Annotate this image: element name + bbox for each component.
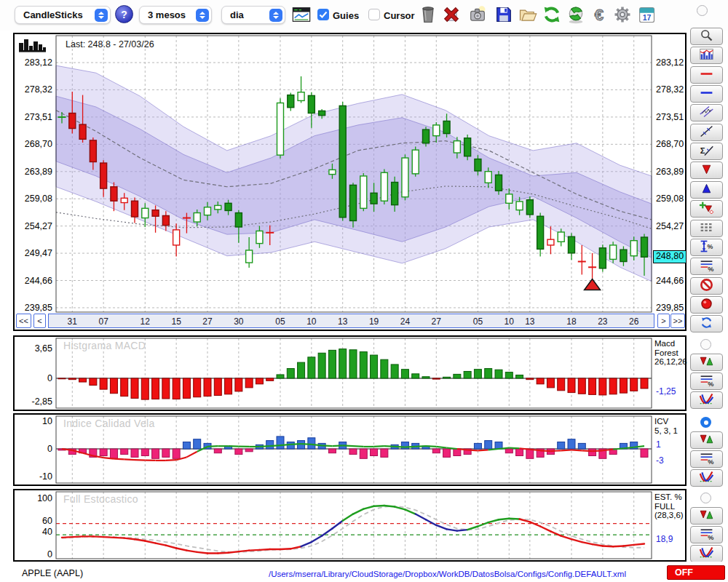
stoch-signal-arrows-button[interactable] (690, 507, 723, 525)
reload-button[interactable] (690, 315, 723, 332)
vertical-percent-button[interactable]: % (690, 239, 723, 256)
forbid-button[interactable] (690, 277, 723, 295)
nav-first-button[interactable]: << (16, 314, 31, 328)
refresh-icon[interactable] (542, 4, 562, 25)
interval-select[interactable]: dia (221, 6, 285, 24)
record-icon (699, 296, 714, 314)
curves-icon (699, 545, 714, 562)
price-axis-label: 268,70 (656, 139, 684, 149)
channel-button[interactable] (690, 104, 723, 121)
delete-icon[interactable] (441, 4, 462, 25)
select-stepper-icon (269, 9, 282, 22)
price-axis-label: 263,89 (16, 167, 52, 177)
price-axis-label: 263,89 (656, 167, 684, 177)
macd-panel-radio[interactable] (700, 339, 711, 350)
open-folder-icon[interactable] (518, 4, 538, 25)
stoch-curves-button[interactable] (690, 545, 723, 562)
svg-text:%: % (708, 458, 713, 466)
app-window: CandleSticks ? 3 mesos dia Guies Cursor … (0, 0, 728, 582)
indicator-axis-label: 40 (16, 527, 52, 537)
icv-curves-button[interactable] (690, 469, 723, 487)
blue-line-button[interactable] (690, 85, 723, 103)
date-label: 23 (598, 316, 607, 327)
date-axis[interactable]: 310712152730051013192427051013182326 (48, 314, 654, 328)
arrow-up-blue-button[interactable] (690, 181, 723, 199)
add-signal-button[interactable] (690, 200, 723, 218)
date-label: 13 (525, 316, 534, 327)
symbol-label: APPLE (AAPL) (22, 568, 83, 578)
svg-text:€: € (595, 6, 604, 24)
svg-text:%: % (708, 266, 713, 273)
svg-text:17: 17 (643, 13, 652, 22)
macd-value: -1,25 (656, 386, 676, 396)
indicator-axis-label: 60 (16, 516, 52, 526)
nav-last-button[interactable]: >> (670, 314, 685, 328)
signal-arrows-icon (699, 431, 714, 449)
date-label: 10 (505, 316, 514, 327)
date-label: 27 (202, 316, 212, 327)
chart-window-icon[interactable] (291, 4, 312, 25)
zoom-icon (699, 28, 714, 45)
icv-params: ICV5, 3, 1 (654, 417, 678, 435)
guies-checkbox[interactable] (317, 9, 329, 20)
icv-value-2: -3 (656, 455, 664, 466)
select-stepper-icon (95, 9, 108, 22)
dashed-lines-button[interactable] (690, 220, 723, 237)
sum-trendline-button[interactable]: Σ (690, 143, 723, 160)
stoch-panel-radio[interactable] (700, 493, 711, 503)
red-line-button[interactable] (690, 66, 723, 84)
date-label: 30 (234, 316, 243, 327)
panel-chart-button[interactable] (690, 47, 723, 64)
forbid-icon (699, 277, 714, 295)
arrow-down-red-button[interactable] (690, 162, 723, 179)
zoom-button[interactable] (690, 28, 723, 45)
trash-icon[interactable] (418, 4, 438, 25)
euro-icon[interactable]: € (589, 4, 609, 25)
icv-title: Indice Calidad Vela (63, 418, 155, 429)
macd-signal-arrows-button[interactable] (690, 354, 723, 371)
price-axis-label: 283,12 (656, 57, 684, 68)
record-button[interactable] (690, 296, 723, 314)
icv-signal-arrows-button[interactable] (690, 431, 723, 449)
camera-icon[interactable] (467, 4, 488, 25)
icv-panel-radio[interactable] (700, 417, 711, 428)
macd-title: Histgrama MACD (63, 340, 146, 351)
nav-prev-button[interactable]: < (33, 314, 46, 328)
toolbar-radio[interactable] (697, 5, 708, 16)
price-axis-label: 283,12 (16, 57, 52, 68)
percent-lines-button[interactable]: % (690, 258, 723, 275)
off-button[interactable]: OFF (667, 565, 725, 580)
indicator-axis-label: 100 (16, 493, 52, 503)
macd-curves-button[interactable] (690, 391, 723, 409)
sync-icon[interactable] (566, 4, 586, 25)
cursor-checkbox[interactable] (368, 9, 380, 20)
help-button[interactable]: ? (115, 5, 133, 23)
chart-type-select[interactable]: CandleSticks (15, 6, 111, 24)
macd-panel: Histgrama MACD 3,650-2,85 MacdForest26,1… (13, 335, 687, 411)
range-select[interactable]: 3 mesos (139, 6, 212, 24)
status-bar: APPLE (AAPL) /Users/mserra/Library/Cloud… (0, 562, 728, 582)
arrow-up-blue-icon (699, 181, 714, 199)
trendline-button[interactable] (690, 124, 723, 141)
nav-next-button[interactable]: > (657, 314, 670, 328)
indicator-axis-label: -2,85 (16, 396, 52, 407)
stoch-percent-lines-button[interactable]: % (690, 526, 723, 543)
range-value: 3 mesos (148, 9, 186, 20)
icv-percent-lines-button[interactable]: % (690, 450, 723, 468)
indicator-axis-label: 0 (16, 549, 52, 559)
stochastic-title: Full Estocastico (63, 493, 138, 505)
stochastic-panel: Full Estocastico 10060400 EST. %FULL(28,… (13, 489, 687, 562)
price-axis-label: 259,08 (656, 194, 684, 204)
svg-text:%: % (707, 243, 713, 250)
price-chart[interactable] (15, 34, 685, 330)
gear-icon[interactable] (612, 4, 633, 25)
svg-text:Σ: Σ (700, 146, 705, 155)
channel-icon (699, 104, 714, 121)
save-icon[interactable] (494, 4, 514, 25)
macd-percent-lines-button[interactable]: % (690, 372, 723, 390)
price-axis-label: 244,66 (16, 276, 52, 286)
add-signal-icon (699, 200, 714, 218)
calendar-icon[interactable]: 17 (636, 4, 657, 25)
price-axis-label: 278,32 (16, 84, 52, 95)
indicator-axis-label: 3,65 (16, 343, 52, 354)
